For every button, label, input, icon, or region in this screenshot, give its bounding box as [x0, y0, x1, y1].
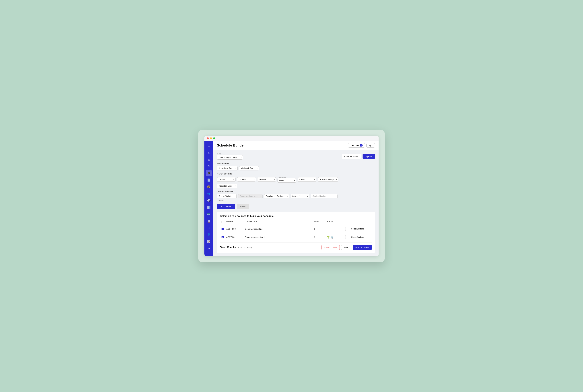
minimize-button[interactable]: [210, 137, 212, 139]
title-bar: [204, 136, 379, 141]
availability-filters: Unavailable Time Available Time Min Brea…: [217, 166, 375, 170]
maximize-button[interactable]: [213, 137, 215, 139]
unavailable-time-select[interactable]: Unavailable Time Available Time: [217, 166, 238, 170]
requirement-design-select[interactable]: Requirement Design...: [264, 194, 289, 198]
table-footer: Total: 20 units (6 of 7 courses) Clear C…: [220, 242, 372, 250]
header-buttons: Favorites 4 Tips: [348, 143, 375, 148]
sidebar-item-chat[interactable]: 💬: [206, 198, 212, 204]
filter-options-label: FILTER OPTIONS: [217, 173, 375, 175]
sidebar-item-emoji[interactable]: 🙂: [206, 184, 212, 190]
col-actions-header: [345, 221, 370, 223]
sidebar-item-people[interactable]: 👤: [206, 232, 212, 238]
total-label: Total:: [220, 246, 227, 249]
catalog-number-input[interactable]: [311, 194, 337, 198]
subject-wrapper: Subject *: [291, 194, 309, 198]
col-title-header: COURSE TITLE: [245, 221, 314, 223]
term-select-wrapper: Term: 2019 Spring > Unde...: [217, 153, 243, 160]
sidebar-item-list[interactable]: 📋: [206, 218, 212, 224]
col-course-header: COURSE: [226, 221, 245, 223]
sidebar-item-calendar[interactable]: 🗓: [206, 163, 212, 170]
career-select[interactable]: Career: [298, 177, 316, 182]
availability-section: AVAILABILITY Unavailable Time Available …: [217, 163, 375, 170]
reset-button[interactable]: Reset: [237, 204, 249, 209]
sidebar-item-users[interactable]: 👥: [206, 191, 212, 197]
content-area: Term: 2019 Spring > Unde... Collapse Fil…: [213, 150, 379, 256]
close-button[interactable]: [207, 137, 209, 139]
campus-select[interactable]: Campus: [217, 177, 236, 182]
session-wrapper: Session: [257, 177, 276, 182]
row2-status: 🌱 🛒: [327, 236, 345, 239]
row2-checkbox[interactable]: [222, 236, 224, 238]
sidebar-item-menu[interactable]: ☰: [206, 143, 212, 149]
sidebar-item-home[interactable]: ⌂: [206, 150, 212, 156]
campus-wrapper: Campus: [217, 177, 236, 182]
row2-select-sections-button[interactable]: Select Sections: [345, 235, 370, 239]
col-units-header: UNITS: [314, 221, 327, 223]
term-label: Term:: [217, 153, 243, 155]
row1-select-sections-button[interactable]: Select Sections: [345, 227, 370, 231]
favorites-button[interactable]: Favorites 4: [348, 143, 365, 148]
total-courses: (6 of 7 courses): [238, 246, 252, 249]
class-status-select[interactable]: Open: [278, 178, 296, 182]
sidebar-item-graduation[interactable]: 🎓: [206, 170, 212, 176]
row1-units: 3: [314, 228, 327, 230]
course-attribute-wrapper: Course Attribute: [217, 194, 237, 198]
tips-button[interactable]: Tips: [366, 143, 375, 148]
action-buttons: Add Course Reset: [217, 204, 375, 209]
course-options-row: Course Attribute Course Attribute Val...: [217, 194, 375, 198]
table-row: ACCT 201 Financial Accounting I 3 🌱 🛒 Se…: [220, 233, 372, 241]
filter-options-section: FILTER OPTIONS Campus Location: [217, 173, 375, 188]
career-wrapper: Career: [298, 177, 316, 182]
select-all-checkbox[interactable]: [222, 221, 224, 223]
build-schedule-button[interactable]: Build Schedule: [353, 245, 372, 250]
academic-group-wrapper: Academic Group: [318, 177, 338, 182]
availability-label: AVAILABILITY: [217, 163, 375, 164]
col-status-header: STATUS: [327, 221, 345, 223]
location-select[interactable]: Location: [237, 177, 256, 182]
subject-select[interactable]: Subject *: [291, 194, 309, 198]
total-info: Total: 20 units (6 of 7 courses): [220, 246, 252, 249]
course-attribute-select[interactable]: Course Attribute: [217, 194, 237, 198]
page-title: Schedule Builder: [217, 144, 245, 148]
sidebar-item-chart[interactable]: 📊: [206, 204, 212, 210]
course-table-title: Select up to 7 courses to build your sch…: [220, 215, 372, 218]
requirement-design-wrapper: Requirement Design...: [264, 194, 289, 198]
row1-checkbox[interactable]: [222, 228, 224, 230]
sidebar-item-doc2[interactable]: 📝: [206, 238, 212, 245]
sidebar-item-table[interactable]: ⊟: [206, 225, 212, 231]
sidebar-item-mountain[interactable]: ⛰: [206, 245, 212, 252]
row2-units: 3: [314, 236, 327, 238]
row1-course: ACCT 100: [226, 228, 245, 230]
favorites-badge: 4: [360, 144, 363, 146]
add-course-button[interactable]: Add Course: [217, 204, 235, 209]
unavailable-time-wrapper: Unavailable Time Available Time: [217, 166, 238, 170]
session-select[interactable]: Session: [257, 177, 276, 182]
class-status-label: Class Status:: [278, 176, 296, 178]
min-break-time-select[interactable]: Min Break Time Max Break Time: [239, 166, 259, 170]
import-button[interactable]: Import ▾: [363, 154, 375, 159]
sidebar-item-card[interactable]: 🪪: [206, 211, 212, 217]
seedling-icon: 🌱: [327, 236, 330, 239]
outer-frame: ☰ ⌂ ⊞ 🗓 🎓 📄 🙂 👥 💬 📊 🪪 📋 ⊟ 👤 📝 ⛰: [198, 130, 385, 262]
class-status-wrapper: Class Status: Open: [278, 176, 296, 182]
table-header: COURSE COURSE TITLE UNITS STATUS: [220, 220, 372, 224]
sidebar-item-grid[interactable]: ⊞: [206, 156, 212, 163]
collapse-filters-button[interactable]: Collapse Filters: [342, 154, 361, 159]
filter-options-row2: Instruction Mode: [217, 184, 375, 188]
academic-group-select[interactable]: Academic Group: [318, 177, 338, 182]
instruction-mode-select[interactable]: Instruction Mode: [217, 184, 237, 188]
filter-options-row1: Campus Location Session: [217, 176, 375, 182]
course-options-label: COURSE OPTIONS: [217, 191, 375, 192]
course-table-section: Select up to 7 courses to build your sch…: [217, 212, 375, 253]
course-attribute-val-select[interactable]: Course Attribute Val...: [238, 194, 263, 198]
term-row: Term: 2019 Spring > Unde... Collapse Fil…: [217, 153, 375, 160]
app-window: ☰ ⌂ ⊞ 🗓 🎓 📄 🙂 👥 💬 📊 🪪 📋 ⊟ 👤 📝 ⛰: [204, 136, 379, 256]
min-break-time-wrapper: Min Break Time Max Break Time: [239, 166, 259, 170]
clear-courses-button[interactable]: Clear Courses: [321, 245, 340, 250]
class-status-select-wrapper: Open: [278, 178, 296, 182]
term-select[interactable]: 2019 Spring > Unde...: [217, 155, 243, 160]
sidebar-item-document[interactable]: 📄: [206, 177, 212, 183]
main-content: Schedule Builder Favorites 4 Tips: [213, 141, 379, 256]
course-options-section: COURSE OPTIONS Course Attribute Course A…: [217, 191, 375, 209]
save-button[interactable]: Save: [341, 245, 351, 250]
